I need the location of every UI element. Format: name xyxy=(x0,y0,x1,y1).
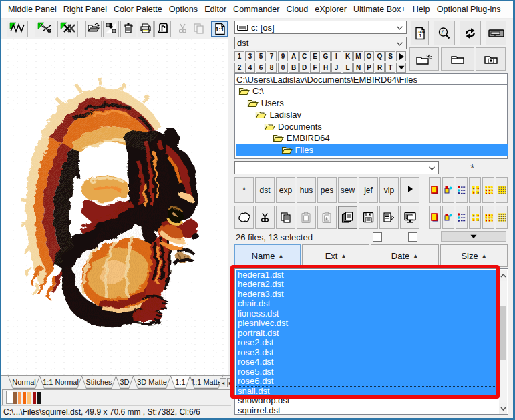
format-filter-pes-button[interactable]: pes xyxy=(317,177,337,203)
filter-key-3[interactable]: 3 xyxy=(245,51,255,61)
mask-combobox[interactable] xyxy=(234,161,439,174)
sort-header-ext[interactable]: Ext▲ xyxy=(302,244,369,267)
menu-options[interactable]: Options xyxy=(166,5,200,14)
tab-1-1-normal[interactable]: 1:1 Normal xyxy=(39,376,82,389)
format-filter-sew-button[interactable]: sew xyxy=(338,177,357,203)
stamp-shape-button[interactable] xyxy=(234,206,254,229)
scrollbar-thumb[interactable] xyxy=(500,306,506,360)
scrollbar-down-button[interactable] xyxy=(499,403,507,414)
format-filter-dst-button[interactable]: dst xyxy=(255,177,275,203)
select-all-button[interactable] xyxy=(338,206,357,229)
save-button[interactable] xyxy=(359,206,378,229)
view-needle-mode-button[interactable] xyxy=(35,21,55,37)
filter-key-Q[interactable]: Q xyxy=(375,51,385,61)
menu-explorer[interactable]: eXplorer xyxy=(312,5,349,14)
open-file-button[interactable] xyxy=(85,21,102,37)
filter-key-G[interactable]: G xyxy=(321,51,331,61)
filter-key-S[interactable]: S xyxy=(385,51,395,61)
filter-key-F[interactable]: F xyxy=(310,63,320,73)
filter-key-H[interactable]: H xyxy=(321,63,331,73)
filter-key-I[interactable]: I xyxy=(331,51,341,61)
view-grid4-button[interactable] xyxy=(496,177,508,203)
file-row-squirrel-dst[interactable]: squirrel.dst xyxy=(236,405,500,415)
tab-3d[interactable]: 3D xyxy=(116,376,134,389)
folder-button[interactable] xyxy=(441,47,474,71)
format-filter-vip-button[interactable]: vip xyxy=(379,177,399,203)
file-list-scrollbar[interactable] xyxy=(499,270,507,414)
menu-color-palette[interactable]: Color Palette xyxy=(111,5,165,14)
filter-key-next[interactable] xyxy=(396,51,406,61)
zoom-1to1-button[interactable]: 1:1 xyxy=(211,21,228,37)
print-button[interactable] xyxy=(138,21,154,37)
filter-key-0[interactable]: 0 xyxy=(278,63,288,73)
filter-key-P[interactable]: P xyxy=(364,63,374,73)
filter-key-R[interactable]: R xyxy=(375,63,385,73)
filter-key-1[interactable]: 1 xyxy=(234,51,244,61)
view-cross-mode-button[interactable] xyxy=(57,21,78,37)
thread-color-swatch[interactable] xyxy=(23,392,26,404)
filter-key-2[interactable]: 2 xyxy=(234,63,244,73)
tab-scroll-left-button[interactable]: ◄ xyxy=(220,378,226,387)
filter-key-K[interactable]: K xyxy=(343,51,353,61)
copy-files-button[interactable] xyxy=(276,206,295,229)
menu-middle-panel[interactable]: Middle Panel xyxy=(5,5,59,14)
thread-color-swatch[interactable] xyxy=(37,392,41,404)
format-filter-all-button[interactable]: * xyxy=(234,177,254,203)
sort-header-size[interactable]: Size▲ xyxy=(440,244,508,267)
tab-1-1-matte[interactable]: 1:1 Matte xyxy=(190,376,223,389)
new-folder-button[interactable] xyxy=(409,47,439,71)
filter-key-7[interactable]: 7 xyxy=(267,51,277,61)
thread-color-swatch[interactable] xyxy=(13,392,17,404)
format-filter-more-button[interactable] xyxy=(400,177,419,203)
thread-color-swatch[interactable] xyxy=(27,392,31,404)
list-options-dropdown[interactable] xyxy=(441,231,506,242)
filter-key-N[interactable]: N xyxy=(353,63,363,73)
view-single-button-row2[interactable] xyxy=(429,206,441,229)
send-to-pc-button[interactable] xyxy=(400,206,419,229)
tree-node-documents[interactable]: Documents xyxy=(236,121,508,132)
filter-key-6[interactable]: 6 xyxy=(256,63,266,73)
thread-color-swatch[interactable] xyxy=(33,392,36,404)
thread-color-swatch[interactable] xyxy=(18,392,21,404)
filter-key-L[interactable]: L xyxy=(343,63,353,73)
filter-key-D[interactable]: D xyxy=(299,63,309,73)
filter-key-5[interactable]: 5 xyxy=(256,51,266,61)
editor-button[interactable] xyxy=(154,21,171,37)
filter-key-A[interactable]: A xyxy=(289,51,299,61)
view-pair-button[interactable] xyxy=(442,177,454,203)
paste-files-button-disabled[interactable] xyxy=(297,206,316,229)
view-grid3-button-row2[interactable] xyxy=(482,206,494,229)
tab-3d-matte[interactable]: 3D Matte xyxy=(133,376,171,389)
tree-node-ladislav[interactable]: Ladislav xyxy=(236,109,508,120)
tree-node-c[interactable]: C:\ xyxy=(236,85,508,97)
view-grid3-button[interactable] xyxy=(482,177,494,203)
design-preview-canvas[interactable] xyxy=(1,39,228,375)
filter-key-B[interactable]: B xyxy=(289,63,299,73)
view-single-button[interactable] xyxy=(429,177,441,203)
view-grid4-button-row2[interactable] xyxy=(496,206,508,229)
paste-special-button-disabled[interactable] xyxy=(317,206,337,229)
menu-right-panel[interactable]: Right Panel xyxy=(61,5,110,14)
folder-up-button[interactable] xyxy=(476,47,506,71)
menu-cloud[interactable]: Cloud xyxy=(283,5,311,14)
format-filter-exp-button[interactable]: exp xyxy=(276,177,295,203)
tree-node-users[interactable]: Users xyxy=(236,97,508,109)
menu-editor[interactable]: Editor xyxy=(202,5,229,14)
filter-checkbox-1[interactable] xyxy=(373,232,382,242)
format-filter-hus-button[interactable]: hus xyxy=(297,177,316,203)
tree-node-embird64[interactable]: EMBIRD64 xyxy=(236,132,508,144)
tab-1-1[interactable]: 1:1 xyxy=(170,376,190,389)
format-filter-jef-button[interactable]: jef xyxy=(359,177,378,203)
menu-help[interactable]: Help xyxy=(410,5,433,14)
sort-header-name[interactable]: Name▲ xyxy=(234,244,301,267)
convert-button[interactable] xyxy=(103,21,119,37)
background-color-swatch[interactable] xyxy=(6,391,13,404)
filter-key-T[interactable]: T xyxy=(385,63,395,73)
menu-ultimate-box-[interactable]: Ultimate Box+ xyxy=(351,5,409,14)
drive-combobox[interactable]: c: [os] xyxy=(234,21,407,34)
view-stitches-mode-button[interactable] xyxy=(7,21,28,37)
filter-key-4[interactable]: 4 xyxy=(245,63,255,73)
view-list-button[interactable] xyxy=(456,177,468,203)
filter-key-9[interactable]: 9 xyxy=(278,51,288,61)
filter-key-8[interactable]: 8 xyxy=(267,63,277,73)
